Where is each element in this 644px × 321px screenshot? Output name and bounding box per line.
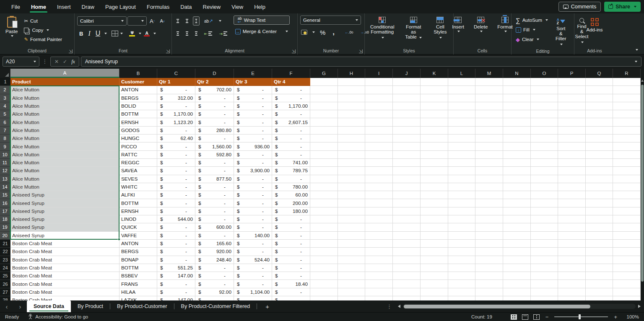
cell[interactable]: [613, 296, 641, 300]
header-cell-product[interactable]: Product: [10, 78, 119, 86]
cell[interactable]: $-: [195, 102, 234, 110]
cell[interactable]: ALFKI: [119, 191, 157, 199]
cell[interactable]: [310, 223, 338, 231]
cell[interactable]: [338, 94, 365, 102]
cell[interactable]: [586, 183, 613, 191]
increase-font-size-button[interactable]: A^: [148, 16, 157, 26]
italic-button[interactable]: I: [86, 28, 92, 39]
cell[interactable]: [586, 78, 613, 86]
new-sheet-button[interactable]: +: [257, 303, 278, 310]
cell[interactable]: [503, 207, 531, 215]
page-layout-view-icon[interactable]: [522, 314, 528, 320]
cell[interactable]: [503, 248, 531, 256]
cell[interactable]: [338, 78, 365, 86]
cell[interactable]: Boston Crab Meat: [10, 280, 119, 288]
cell[interactable]: $-: [234, 151, 272, 159]
row-header-27[interactable]: 27: [0, 288, 10, 296]
cell[interactable]: [421, 142, 448, 150]
cell[interactable]: [503, 223, 531, 231]
header-cell-qtr-1[interactable]: Qtr 1: [157, 78, 195, 86]
row-header-22[interactable]: 22: [0, 248, 10, 256]
cell[interactable]: Aniseed Syrup: [10, 223, 119, 231]
cell[interactable]: [558, 223, 586, 231]
cell[interactable]: [586, 256, 613, 264]
cell[interactable]: [310, 280, 338, 288]
share-button[interactable]: Share: [604, 2, 641, 12]
cell[interactable]: [393, 223, 421, 231]
cell[interactable]: $-: [234, 94, 272, 102]
cell[interactable]: $-: [234, 135, 272, 142]
cell[interactable]: [475, 167, 503, 175]
cell[interactable]: [613, 151, 641, 159]
cell[interactable]: [421, 207, 448, 215]
cell[interactable]: $-: [195, 207, 234, 215]
cell[interactable]: [531, 86, 558, 94]
cell[interactable]: $551.25: [157, 264, 195, 272]
merge-center-button[interactable]: ↔ Merge & Center: [234, 27, 290, 36]
menu-home[interactable]: Home: [26, 0, 52, 13]
increase-decimal-button[interactable]: ←.00: [343, 28, 355, 36]
cell[interactable]: [365, 159, 393, 167]
cell[interactable]: [365, 191, 393, 199]
cell[interactable]: $-: [157, 151, 195, 159]
cell[interactable]: [338, 167, 365, 175]
header-cell-qtr-2[interactable]: Qtr 2: [195, 78, 234, 86]
cell[interactable]: [531, 199, 558, 207]
cell[interactable]: [475, 264, 503, 272]
cell[interactable]: [448, 183, 475, 191]
cell[interactable]: [503, 127, 531, 135]
cell[interactable]: [475, 183, 503, 191]
orientation-button[interactable]: ab↗: [202, 16, 215, 26]
cell[interactable]: [338, 280, 365, 288]
row-header-18[interactable]: 18: [0, 215, 10, 223]
cell[interactable]: $-: [234, 118, 272, 126]
cell[interactable]: Alice Mutton: [10, 151, 119, 159]
cell[interactable]: [421, 199, 448, 207]
cell[interactable]: [586, 240, 613, 248]
row-header-14[interactable]: 14: [0, 183, 10, 191]
paste-button[interactable]: Paste: [3, 16, 21, 38]
cell[interactable]: BERGS: [119, 94, 157, 102]
cell[interactable]: [393, 94, 421, 102]
font-color-button[interactable]: A: [142, 30, 151, 37]
cell[interactable]: $-: [272, 110, 310, 118]
cell[interactable]: [475, 207, 503, 215]
cell[interactable]: [393, 151, 421, 159]
cell[interactable]: $-: [234, 296, 272, 300]
cell[interactable]: $-: [272, 86, 310, 94]
cell[interactable]: $-: [234, 127, 272, 135]
cell[interactable]: [338, 199, 365, 207]
cell[interactable]: [365, 280, 393, 288]
cell[interactable]: [613, 94, 641, 102]
cell[interactable]: $-: [234, 264, 272, 272]
cell[interactable]: [393, 296, 421, 300]
cell[interactable]: [558, 135, 586, 142]
cell[interactable]: [586, 280, 613, 288]
cell[interactable]: BOTTM: [119, 199, 157, 207]
cell[interactable]: [365, 232, 393, 240]
cell[interactable]: LAZYK: [119, 296, 157, 300]
cell[interactable]: [421, 288, 448, 296]
cell[interactable]: [365, 207, 393, 215]
cell[interactable]: [310, 183, 338, 191]
cell[interactable]: [531, 248, 558, 256]
cell[interactable]: [393, 135, 421, 142]
decrease-indent-button[interactable]: ⇤: [202, 30, 214, 38]
cell[interactable]: [613, 142, 641, 150]
cell[interactable]: [310, 78, 338, 86]
cell[interactable]: [558, 183, 586, 191]
cell[interactable]: [558, 207, 586, 215]
cell[interactable]: [558, 127, 586, 135]
cell[interactable]: $312.00: [157, 94, 195, 102]
insert-function-button[interactable]: fx: [71, 59, 75, 65]
cell[interactable]: [365, 127, 393, 135]
cell[interactable]: [448, 159, 475, 167]
cell[interactable]: $-: [157, 183, 195, 191]
cell[interactable]: [393, 207, 421, 215]
row-header-3[interactable]: 3: [0, 94, 10, 102]
row-header-20[interactable]: 20: [0, 232, 10, 240]
cell[interactable]: [393, 248, 421, 256]
cell[interactable]: SEVES: [119, 175, 157, 183]
wrap-text-button[interactable]: ab↩ Wrap Text: [234, 16, 290, 25]
column-header-B[interactable]: B: [119, 69, 157, 78]
